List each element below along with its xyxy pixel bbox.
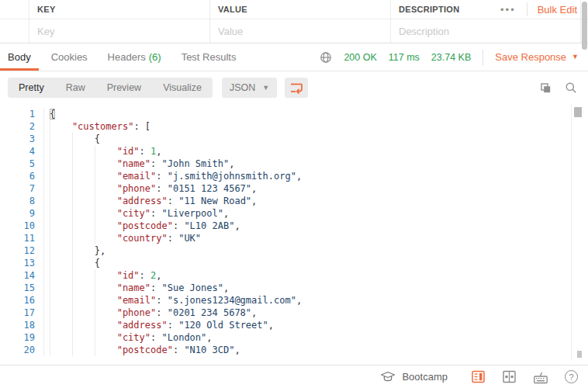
copy-button[interactable] bbox=[539, 81, 552, 95]
status-code: 200 OK bbox=[344, 52, 376, 63]
code-text: "name": "Sue Jones", bbox=[44, 282, 229, 294]
code-text: "phone": "0151 123 4567", bbox=[44, 182, 257, 195]
line-number: 2 bbox=[0, 120, 44, 133]
line-number: 19 bbox=[0, 331, 44, 344]
code-line: 5"name": "John Smith", bbox=[0, 158, 571, 170]
response-size: 23.74 KB bbox=[431, 52, 471, 63]
description-input[interactable] bbox=[399, 26, 579, 37]
row-handle-column bbox=[0, 0, 29, 19]
code-line: 6"email": "j.smith@johnsmith.org", bbox=[0, 170, 571, 182]
code-line: 7"phone": "0151 123 4567", bbox=[0, 182, 571, 195]
code-text: "address": "120 Old Street", bbox=[44, 319, 274, 331]
code-line: 8"address": "11 New Road", bbox=[0, 195, 571, 207]
json-code-editor[interactable]: 1{2"customers": [3{4"id": 1,5"name": "Jo… bbox=[0, 104, 572, 360]
more-actions-icon[interactable]: ••• bbox=[489, 4, 527, 16]
bootcamp-button[interactable]: Bootcamp bbox=[380, 371, 448, 383]
code-text: "id": 1, bbox=[44, 145, 162, 158]
tab-body[interactable]: Body bbox=[0, 43, 39, 71]
mode-pretty[interactable]: Pretty bbox=[8, 78, 55, 98]
value-input[interactable] bbox=[218, 26, 382, 37]
line-number: 17 bbox=[0, 307, 44, 319]
code-line: 2"customers": [ bbox=[0, 120, 571, 133]
code-line: 16"email": "s.jones1234@gmail.com", bbox=[0, 294, 571, 307]
tab-headers[interactable]: Headers(6) bbox=[100, 43, 169, 71]
line-number: 11 bbox=[0, 232, 44, 244]
two-pane-view-button[interactable] bbox=[502, 369, 517, 384]
row-handle-column bbox=[0, 19, 29, 43]
code-line: 19"city": "London", bbox=[0, 331, 571, 344]
code-line: 17"phone": "0201 234 5678", bbox=[0, 307, 571, 319]
params-table-row bbox=[0, 19, 588, 43]
key-column-header: KEY bbox=[37, 5, 56, 14]
status-separator bbox=[483, 50, 483, 65]
code-line: 1{ bbox=[0, 108, 571, 120]
code-line: 18"address": "120 Old Street", bbox=[0, 319, 571, 331]
mode-raw[interactable]: Raw bbox=[55, 78, 96, 98]
language-select[interactable]: JSON ▼ bbox=[222, 78, 277, 98]
page-scrollbar-thumb[interactable] bbox=[582, 2, 587, 50]
code-line: 20"postcode": "N10 3CD", bbox=[0, 344, 571, 356]
code-text: { bbox=[44, 133, 100, 145]
globe-icon bbox=[320, 51, 332, 64]
code-line: 14"id": 2, bbox=[0, 269, 571, 282]
keyboard-icon bbox=[533, 370, 548, 384]
line-number: 3 bbox=[0, 133, 44, 145]
line-number: 14 bbox=[0, 269, 44, 282]
split-pane-icon bbox=[502, 369, 517, 384]
line-number: 20 bbox=[0, 344, 44, 356]
code-text: "name": "John Smith", bbox=[44, 158, 234, 170]
bulk-edit-button[interactable]: Bulk Edit bbox=[527, 4, 588, 16]
tab-test-results[interactable]: Test Results bbox=[174, 43, 244, 71]
changelog-button[interactable] bbox=[471, 369, 486, 384]
mode-visualize[interactable]: Visualize bbox=[152, 78, 213, 98]
keyboard-shortcuts-button[interactable] bbox=[533, 370, 548, 384]
line-number: 15 bbox=[0, 282, 44, 294]
search-button[interactable] bbox=[565, 81, 577, 94]
code-text: "customers": [ bbox=[44, 120, 150, 133]
line-number: 4 bbox=[0, 145, 44, 158]
code-text: "postcode": "L10 2AB", bbox=[44, 220, 240, 232]
line-number: 10 bbox=[0, 220, 44, 232]
key-input[interactable] bbox=[37, 26, 201, 37]
response-status-group: 200 OK 117 ms 23.74 KB Save Response ▼ bbox=[320, 50, 588, 65]
description-column-header: DESCRIPTION bbox=[399, 5, 459, 14]
line-number: 1 bbox=[0, 108, 44, 120]
format-icon bbox=[289, 81, 303, 95]
mode-preview[interactable]: Preview bbox=[96, 78, 152, 98]
tab-cookies[interactable]: Cookies bbox=[43, 43, 95, 71]
help-icon[interactable]: ? bbox=[565, 370, 578, 383]
copy-icon bbox=[539, 81, 552, 95]
code-text: "id": 2, bbox=[44, 269, 162, 282]
code-text: "country": "UK" bbox=[44, 232, 201, 244]
params-table-header: KEY VALUE DESCRIPTION ••• Bulk Edit bbox=[0, 0, 588, 19]
code-hscrollbar-thumb[interactable] bbox=[577, 351, 582, 358]
line-number: 18 bbox=[0, 319, 44, 331]
code-line: 10"postcode": "L10 2AB", bbox=[0, 220, 571, 232]
code-line: 15"name": "Sue Jones", bbox=[0, 282, 571, 294]
code-text: "city": "London", bbox=[44, 331, 213, 344]
view-mode-segmented-control: PrettyRawPreviewVisualize bbox=[8, 78, 213, 98]
code-text: }, bbox=[44, 244, 105, 257]
line-number: 6 bbox=[0, 170, 44, 182]
response-body-viewer[interactable]: 1{2"customers": [3{4"id": 1,5"name": "Jo… bbox=[0, 104, 588, 360]
code-line: 3{ bbox=[0, 133, 571, 145]
code-text: "email": "s.jones1234@gmail.com", bbox=[44, 294, 302, 307]
code-scrollbar-thumb[interactable] bbox=[574, 107, 582, 117]
code-line: 9"city": "Liverpool", bbox=[0, 207, 571, 220]
graduation-cap-icon bbox=[380, 371, 396, 383]
code-text: "city": "Liverpool", bbox=[44, 207, 229, 220]
line-number: 12 bbox=[0, 244, 44, 257]
search-icon bbox=[565, 81, 577, 94]
format-code-button[interactable] bbox=[285, 78, 308, 98]
value-column-header: VALUE bbox=[218, 5, 247, 14]
code-text: "email": "j.smith@johnsmith.org", bbox=[44, 170, 302, 182]
response-section-tabbar: BodyCookiesHeaders(6)Test Results 200 OK… bbox=[0, 43, 588, 71]
save-response-button[interactable]: Save Response ▼ bbox=[495, 51, 579, 63]
scrollbar-track-line bbox=[580, 0, 581, 43]
code-text: "postcode": "N10 3CD", bbox=[44, 344, 240, 356]
code-line: 11"country": "UK" bbox=[0, 232, 571, 244]
code-line: 12}, bbox=[0, 244, 571, 257]
chevron-down-icon: ▼ bbox=[262, 85, 269, 92]
body-viewer-toolbar: PrettyRawPreviewVisualize JSON ▼ bbox=[0, 71, 588, 104]
dropdown-caret-icon: ▼ bbox=[572, 54, 579, 61]
